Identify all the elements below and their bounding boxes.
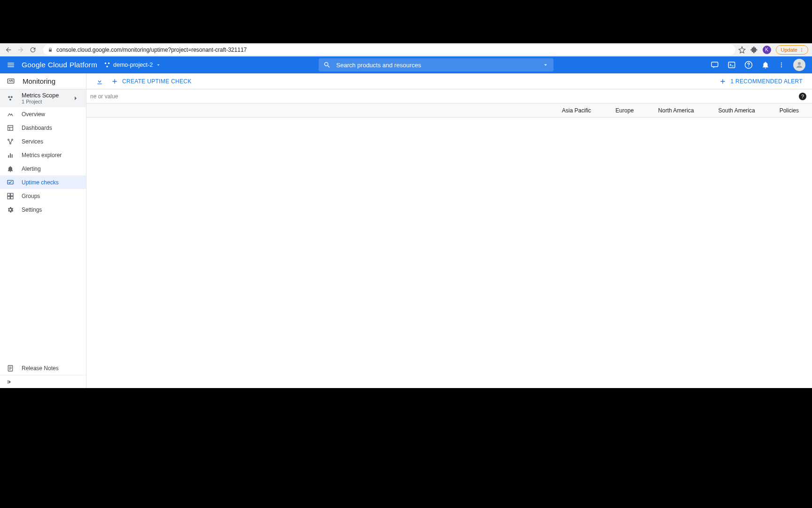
svg-rect-22 (10, 153, 11, 158)
svg-rect-6 (711, 62, 718, 67)
svg-point-9 (781, 63, 782, 64)
sidebar-item-settings[interactable]: Settings (0, 203, 86, 216)
release-notes-icon (7, 365, 14, 372)
browser-update-button[interactable]: Update (776, 45, 808, 55)
monitoring-icon (7, 77, 15, 86)
sidebar-metrics-scope[interactable]: Metrics Scope 1 Project (0, 89, 86, 107)
plus-icon (111, 78, 118, 85)
column-headers: Asia Pacific Europe North America South … (86, 103, 812, 118)
svg-point-15 (11, 96, 13, 98)
browser-back-button[interactable] (4, 45, 13, 55)
sidebar: Monitoring Metrics Scope 1 Project Overv… (0, 73, 86, 388)
col-asia-pacific[interactable]: Asia Pacific (562, 107, 591, 114)
search-icon (323, 61, 331, 69)
browser-reload-button[interactable] (28, 45, 38, 55)
services-icon (7, 138, 14, 145)
chat-icon[interactable] (710, 61, 719, 69)
svg-point-5 (106, 66, 108, 68)
chevron-down-icon[interactable] (542, 62, 549, 68)
url-text: console.cloud.google.com/monitoring/upti… (56, 47, 247, 53)
action-bar: CREATE UPTIME CHECK 1 RECOMMENDED ALERT (86, 73, 812, 89)
content-area: CREATE UPTIME CHECK 1 RECOMMENDED ALERT … (86, 73, 812, 388)
browser-toolbar: console.cloud.google.com/monitoring/upti… (0, 43, 812, 56)
dashboards-icon (7, 124, 14, 132)
svg-point-11 (781, 66, 782, 67)
help-icon[interactable]: ? (799, 93, 806, 100)
svg-point-14 (8, 96, 10, 98)
search-placeholder: Search products and resources (336, 62, 542, 69)
svg-rect-21 (8, 155, 9, 158)
scope-icon (7, 95, 14, 102)
svg-rect-30 (8, 380, 8, 383)
sidebar-item-dashboards[interactable]: Dashboards (0, 121, 86, 135)
notifications-icon[interactable] (761, 61, 770, 69)
download-button[interactable] (92, 78, 107, 85)
sidebar-item-uptime-checks[interactable]: Uptime checks (0, 175, 86, 189)
chevron-right-icon (72, 95, 79, 102)
menu-icon[interactable] (7, 61, 15, 69)
svg-point-12 (798, 62, 801, 65)
sidebar-item-alerting[interactable]: Alerting (0, 162, 86, 175)
gcp-logo[interactable]: Google Cloud Platform (22, 61, 97, 69)
person-icon (795, 61, 804, 69)
sidebar-item-groups[interactable]: Groups (0, 189, 86, 203)
sidebar-title-row[interactable]: Monitoring (0, 73, 86, 89)
cloud-shell-icon[interactable] (727, 61, 736, 69)
help-icon[interactable] (744, 61, 753, 69)
svg-rect-28 (11, 196, 13, 198)
alerting-icon (7, 165, 14, 173)
project-name: demo-project-2 (113, 62, 153, 68)
sidebar-item-metrics-explorer[interactable]: Metrics explorer (0, 148, 86, 162)
caret-down-icon (156, 62, 161, 68)
search-input[interactable]: Search products and resources (319, 58, 554, 71)
svg-point-2 (801, 51, 802, 52)
overview-icon (7, 111, 14, 118)
sidebar-title: Monitoring (23, 77, 55, 85)
filter-hint-tail: ne or value (90, 93, 118, 100)
lock-icon (48, 48, 53, 52)
download-icon (96, 78, 103, 85)
uptime-icon (7, 179, 14, 186)
recommended-alert-button[interactable]: 1 RECOMMENDED ALERT (715, 78, 806, 85)
col-policies[interactable]: Policies (780, 107, 799, 114)
gcp-header: Google Cloud Platform demo-project-2 Sea… (0, 56, 812, 73)
svg-rect-26 (11, 193, 13, 196)
account-avatar[interactable] (793, 59, 805, 71)
col-europe[interactable]: Europe (616, 107, 634, 114)
col-north-america[interactable]: North America (658, 107, 694, 114)
svg-rect-23 (12, 154, 13, 158)
sidebar-collapse-button[interactable] (0, 375, 86, 388)
plus-icon (719, 78, 726, 85)
url-bar[interactable]: console.cloud.google.com/monitoring/upti… (43, 45, 735, 55)
svg-point-20 (10, 143, 11, 144)
svg-point-0 (801, 48, 802, 49)
extensions-icon[interactable] (750, 46, 758, 54)
project-icon (104, 62, 110, 68)
create-uptime-check-button[interactable]: CREATE UPTIME CHECK (107, 78, 195, 85)
svg-point-10 (781, 64, 782, 65)
svg-point-4 (108, 63, 110, 64)
settings-icon (7, 206, 14, 214)
star-icon[interactable] (738, 46, 746, 54)
col-south-america[interactable]: South America (718, 107, 755, 114)
more-vert-icon (799, 48, 804, 52)
browser-forward-button[interactable] (16, 45, 25, 55)
svg-point-1 (801, 49, 802, 50)
metrics-explorer-icon (7, 151, 14, 159)
svg-rect-7 (728, 62, 735, 68)
sidebar-item-release-notes[interactable]: Release Notes (0, 361, 86, 375)
svg-rect-25 (8, 193, 10, 196)
svg-point-3 (105, 63, 107, 64)
project-picker[interactable]: demo-project-2 (104, 62, 161, 68)
svg-point-16 (9, 99, 11, 101)
groups-icon (7, 192, 14, 200)
svg-rect-17 (8, 125, 13, 130)
more-vert-icon[interactable] (778, 61, 785, 69)
collapse-icon (7, 379, 13, 385)
sidebar-item-services[interactable]: Services (0, 135, 86, 148)
svg-rect-27 (8, 196, 10, 198)
filter-input[interactable]: ne or value ? (86, 89, 812, 103)
sidebar-item-overview[interactable]: Overview (0, 107, 86, 121)
browser-profile-avatar[interactable]: K (763, 46, 771, 54)
